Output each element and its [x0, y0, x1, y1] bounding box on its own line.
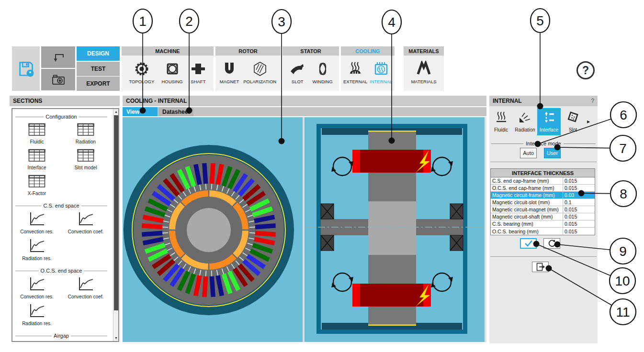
callout-circle-8	[610, 181, 636, 207]
table-icon	[77, 123, 94, 138]
section-group-separator: C.S. end space	[15, 203, 107, 209]
help-button[interactable]: ?	[576, 61, 595, 79]
svg-text:5: 5	[536, 13, 544, 28]
apply-check-button[interactable]	[520, 238, 537, 249]
thickness-label: Magnetic circuit-shaft (mm)	[491, 213, 563, 220]
more-tabs-arrow-icon[interactable]: ▶	[585, 108, 592, 135]
toolbar-item-winding[interactable]: WINDING	[313, 56, 333, 84]
toolbar-group-stator: STATORSLOTWINDING	[282, 46, 339, 91]
svg-text:8: 8	[620, 187, 627, 201]
save-button[interactable]: *	[12, 46, 40, 91]
callout-circle-7	[610, 135, 636, 161]
thickness-value[interactable]: 0.015	[563, 213, 595, 220]
curve-icon	[28, 239, 45, 255]
cooling-internal-view	[123, 117, 486, 342]
undo-button[interactable]	[41, 46, 75, 68]
internal-tab-radiation[interactable]: Radiation	[513, 108, 537, 135]
scroll-up-icon[interactable]: ▲	[113, 109, 119, 115]
section-group-separator: O.C.S. end space	[15, 268, 107, 274]
toolbar-item-materials[interactable]: MATERIALS	[411, 56, 436, 84]
thickness-row[interactable]: Magnetic circuit-magnet (mm)0.015	[491, 206, 595, 213]
thickness-row[interactable]: C.S. bearing (mm)0.015	[491, 220, 595, 228]
interface-thickness-title: INTERFACE THICKNESS	[491, 169, 595, 177]
internal-tab-interface[interactable]: Interface	[537, 108, 561, 135]
thickness-row[interactable]: C.S. end cap-frame (mm)0.015	[491, 177, 595, 185]
callout-circle-2	[180, 9, 199, 33]
tab-view[interactable]: View	[123, 107, 158, 116]
axial-cross-section-view	[305, 117, 485, 342]
sidebar-scrollbar[interactable]: ▲ ▼	[113, 109, 118, 341]
internal-help-icon[interactable]: ?	[591, 98, 594, 104]
nav-button-export[interactable]: EXPORT	[77, 77, 120, 91]
main-panel-title: COOLING - INTERNAL	[123, 96, 486, 106]
thickness-row[interactable]: O.C.S. bearing (mm)0.015	[491, 228, 595, 235]
section-item-label: Fluidic	[30, 139, 44, 144]
internal-tab-slot[interactable]: Slot	[561, 108, 585, 135]
housing-icon	[164, 59, 181, 79]
undo-icon	[51, 50, 66, 65]
section-item-radiation-res-[interactable]: Radiation res.	[12, 239, 61, 261]
toolbar-item-magnet[interactable]: MAGNET	[220, 56, 239, 84]
interface-thickness-table: INTERFACE THICKNESS C.S. end cap-frame (…	[490, 168, 595, 235]
view-tabbar: ViewDatasheet	[123, 107, 486, 116]
svg-text:11: 11	[616, 305, 630, 319]
winding-icon	[315, 59, 331, 79]
internal-tab-label: Interface	[540, 127, 558, 132]
scroll-down-icon[interactable]: ▼	[113, 335, 119, 341]
thickness-value[interactable]: 0.015	[563, 177, 595, 184]
scrollbar-thumb[interactable]	[114, 115, 118, 310]
section-item-convection-coef-[interactable]: Convection coef.	[61, 212, 110, 234]
thickness-value[interactable]: 0.1	[563, 199, 595, 206]
toolbar-item-shaft[interactable]: SHAFT	[190, 56, 206, 84]
thickness-row[interactable]: Magnetic circuit-shaft (mm)0.015	[491, 213, 595, 220]
radial-cross-section-view	[123, 117, 303, 342]
view-right-strip	[485, 117, 486, 342]
tab-datasheet[interactable]: Datasheet	[158, 107, 193, 116]
thickness-row[interactable]: Magnetic circuit-frame (mm)0.03	[491, 192, 595, 199]
section-group-separator: Airgap	[15, 333, 107, 339]
interface-mode-auto-button[interactable]: Auto	[520, 148, 537, 158]
sections-panel-title: SECTIONS	[10, 96, 120, 106]
internal-cooling-icon	[373, 59, 390, 79]
internal-tab-label: Radiation	[515, 127, 535, 132]
thickness-row[interactable]: Magnetic circuit-slot (mm)0.1	[491, 199, 595, 206]
toolbar-item-external[interactable]: EXTERNAL	[343, 56, 367, 84]
interface-mode-label: Interface mode	[523, 141, 563, 146]
nav-button-design[interactable]: DESIGN	[77, 46, 120, 61]
thickness-value[interactable]: 0.015	[563, 185, 595, 191]
nav-button-test[interactable]: TEST	[77, 62, 120, 76]
camera-button[interactable]	[41, 69, 75, 90]
curve-icon	[77, 277, 94, 293]
reset-button[interactable]	[543, 238, 560, 249]
section-item-radiation[interactable]: Radiation	[61, 123, 110, 144]
toolbar-item-polarization[interactable]: POLARIZATION	[243, 56, 276, 84]
magnet-icon	[222, 59, 237, 79]
thickness-value[interactable]: 0.015	[563, 228, 595, 235]
section-item-fluidic[interactable]: Fluidic	[12, 123, 61, 144]
thickness-label: Magnetic circuit-magnet (mm)	[491, 206, 563, 213]
sections-panel: ConfigurationFluidicRadiationInterfaceSl…	[11, 108, 119, 342]
section-item-slot-model[interactable]: Slot model	[61, 149, 110, 170]
section-item-x-factor[interactable]: X-Factor	[12, 175, 61, 196]
thickness-value[interactable]: 0.03	[563, 192, 595, 198]
section-item-convection-res-[interactable]: Convection res.	[12, 212, 61, 234]
interface-mode-user-button[interactable]: User	[544, 148, 561, 158]
toolbar-item-label: POLARIZATION	[243, 79, 276, 84]
internal-tab-fluidic[interactable]: Fluidic	[489, 108, 513, 135]
internal-panel-header: INTERNAL ?	[489, 96, 598, 106]
toolbar-item-topology[interactable]: TOPOLOGY	[129, 56, 154, 84]
section-item-convection-res-[interactable]: Convection res.	[12, 277, 61, 299]
section-item-radiation-res-[interactable]: Radiation res.	[12, 304, 61, 326]
section-item-interface[interactable]: Interface	[12, 149, 61, 170]
thickness-row[interactable]: O.C.S. end cap-frame (mm)0.015	[491, 185, 595, 192]
curve-icon	[28, 304, 45, 320]
toolbar-item-slot[interactable]: SLOT	[289, 56, 306, 84]
thickness-value[interactable]: 0.015	[563, 220, 595, 227]
export-button[interactable]	[532, 262, 549, 272]
toolbar-item-internal[interactable]: INTERNAL	[370, 56, 392, 84]
thickness-value[interactable]: 0.015	[563, 206, 595, 213]
stator-slot-icon	[289, 59, 306, 79]
toolbar-item-housing[interactable]: HOUSING	[161, 56, 182, 84]
internal-panel-title: INTERNAL	[493, 98, 522, 104]
section-item-convection-coef-[interactable]: Convection coef.	[61, 277, 110, 299]
